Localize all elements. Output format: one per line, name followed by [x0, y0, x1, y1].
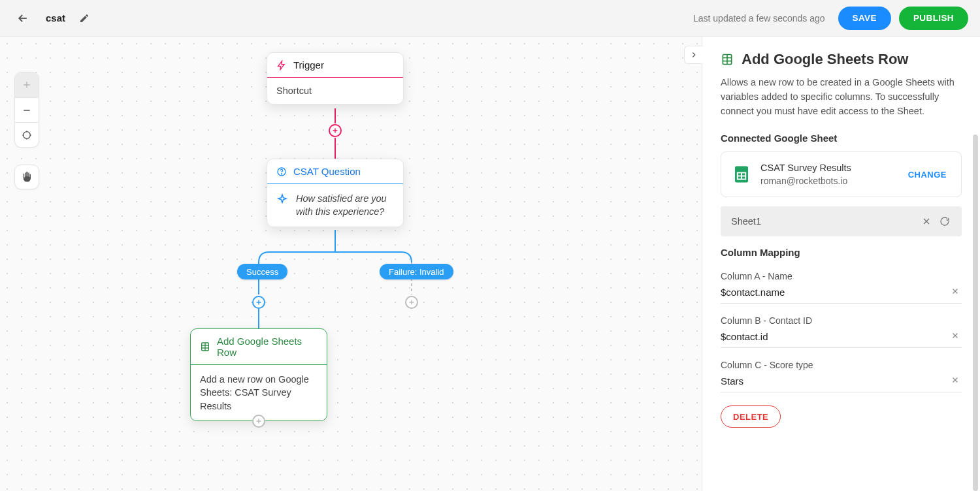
- node-title: CSAT Question: [293, 166, 361, 177]
- zoom-in-button[interactable]: [15, 72, 39, 97]
- add-step-button[interactable]: [252, 415, 265, 428]
- save-button[interactable]: SAVE: [838, 7, 891, 30]
- side-panel: Add Google Sheets Row Allows a new row t…: [702, 37, 980, 491]
- last-updated: Last updated a few seconds ago: [693, 13, 825, 24]
- field-value: Stars: [721, 375, 962, 387]
- sparkle-icon: [276, 193, 288, 205]
- field-value: $contact.id: [721, 331, 962, 342]
- column-mapping-field[interactable]: Column A - Name $contact.name: [721, 266, 962, 304]
- panel-description: Allows a new row to be created in a Goog…: [721, 76, 962, 118]
- panel-title-text: Add Google Sheets Row: [742, 51, 908, 68]
- bolt-icon: [276, 60, 287, 71]
- connected-sheet-label: Connected Google Sheet: [721, 133, 962, 144]
- svg-point-10: [24, 131, 31, 138]
- clear-icon[interactable]: [949, 329, 962, 342]
- column-mapping-field[interactable]: Column C - Score type Stars: [721, 355, 962, 392]
- clear-icon[interactable]: [917, 212, 936, 230]
- svg-point-18: [281, 173, 282, 174]
- change-sheet-button[interactable]: CHANGE: [904, 169, 951, 180]
- add-step-button[interactable]: [252, 296, 265, 309]
- pencil-icon[interactable]: [74, 8, 94, 28]
- question-icon: [276, 166, 287, 177]
- sheets-icon: [200, 341, 210, 352]
- delete-button[interactable]: DELETE: [721, 405, 781, 428]
- node-title: Trigger: [293, 59, 324, 71]
- refresh-icon[interactable]: [936, 212, 954, 230]
- sheets-icon: [721, 53, 734, 66]
- field-label: Column C - Score type: [721, 360, 962, 370]
- node-trigger[interactable]: Trigger Shortcut: [267, 52, 404, 104]
- clear-icon[interactable]: [949, 373, 962, 387]
- canvas[interactable]: Trigger Shortcut CSAT Question How satis…: [0, 37, 702, 491]
- sheet-selected-value: Sheet1: [731, 216, 761, 227]
- node-body: Shortcut: [267, 78, 403, 104]
- google-sheets-icon: [732, 165, 751, 184]
- add-step-button[interactable]: [405, 296, 418, 309]
- field-value: $contact.name: [721, 287, 962, 298]
- node-body: How satisfied are you with this experien…: [296, 192, 394, 219]
- back-button[interactable]: [12, 7, 34, 29]
- publish-button[interactable]: PUBLISH: [899, 7, 968, 30]
- node-google-sheets[interactable]: Add Google Sheets Row Add a new row on G…: [190, 328, 327, 421]
- node-title: Add Google Sheets Row: [217, 336, 318, 358]
- recenter-button[interactable]: [15, 122, 39, 147]
- collapse-panel-button[interactable]: [684, 46, 702, 64]
- node-csat-question[interactable]: CSAT Question How satisfied are you with…: [267, 159, 404, 227]
- connected-sheet-card: CSAT Survey Results roman@rocketbots.io …: [721, 151, 962, 197]
- column-mapping-field[interactable]: Column B - Contact ID $contact.id: [721, 310, 962, 348]
- sheet-select[interactable]: Sheet1: [721, 206, 962, 236]
- add-step-button[interactable]: [329, 124, 342, 137]
- workflow-title: csat: [46, 12, 65, 24]
- zoom-out-button[interactable]: [15, 97, 39, 122]
- branch-success[interactable]: Success: [237, 264, 287, 279]
- zoom-controls: [14, 72, 39, 148]
- connected-sheet-email: roman@rocketbots.io: [760, 175, 895, 188]
- panel-title: Add Google Sheets Row: [721, 51, 962, 68]
- field-label: Column B - Contact ID: [721, 315, 962, 326]
- pan-tool-button[interactable]: [14, 165, 39, 189]
- clear-icon[interactable]: [949, 285, 962, 298]
- branch-failure[interactable]: Failure: Invalid: [380, 264, 453, 279]
- node-body: Add a new row on Google Sheets: CSAT Sur…: [191, 365, 327, 420]
- field-label: Column A - Name: [721, 271, 962, 281]
- app-header: csat Last updated a few seconds ago SAVE…: [0, 0, 980, 37]
- column-mapping-label: Column Mapping: [721, 247, 962, 258]
- connected-sheet-name: CSAT Survey Results: [760, 161, 895, 174]
